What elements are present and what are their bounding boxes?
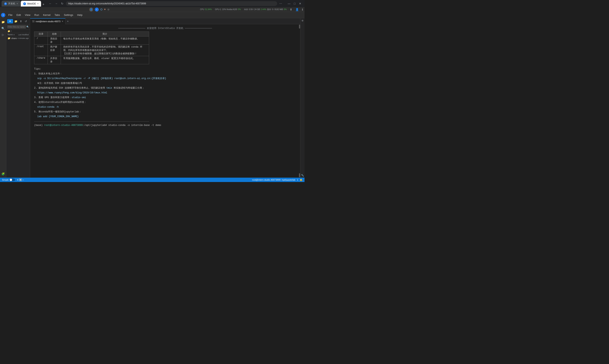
prompt-hash: # studio-conda -o internlm-base -t demo	[105, 124, 161, 127]
info-icon[interactable]: ℹ	[302, 8, 303, 11]
browser-tab-webide[interactable]: W WebIDE ✕	[21, 0, 41, 7]
activity-bar: 📁 🔍 ▷ 🧩	[0, 18, 6, 178]
gpu-stat: GPU-1: 10% Nvidia A100 0%	[215, 8, 241, 11]
app-menubar: I File Edit View Run Kernel Tabs Setting…	[0, 12, 305, 18]
table-cell-desc-1: 每次停止开发机会将其恢复至系统（镜像）初始状态，不建议存储数据。	[61, 37, 149, 45]
scrollbar-track[interactable]	[298, 24, 300, 178]
terminal-tab-icon: ⬛	[32, 20, 35, 22]
scrollbar-thumb-bottom[interactable]	[299, 173, 300, 177]
menu-settings[interactable]: Settings	[62, 12, 75, 18]
tab-size-indicator: 4 🔤 ○	[17, 179, 24, 181]
table-cell-dir-2: /root	[34, 45, 48, 56]
add-tab-button[interactable]: +	[65, 19, 70, 24]
table-header-desc: 简介	[61, 32, 149, 37]
folder-icon: 📁	[8, 37, 11, 40]
run-activity-icon[interactable]: ▷	[0, 32, 6, 37]
simple-mode-toggle[interactable]: Simple	[2, 178, 15, 181]
extensions-activity-icon[interactable]: 🧩	[0, 171, 6, 176]
new-browser-tab-button[interactable]: +	[41, 2, 45, 7]
back-button[interactable]: ←	[48, 1, 53, 6]
mem-pct: 2.44%	[261, 8, 266, 11]
simple-mode-label: Simple	[2, 179, 9, 181]
file-list: 📁 share 4 minutes ago	[6, 36, 30, 178]
scrollbar-thumb[interactable]	[299, 25, 300, 28]
menu-help[interactable]: Help	[75, 12, 84, 18]
intern-icon: I	[95, 8, 99, 12]
file-browser-sidebar: + 📁 ⬆ ↺ 🔍 📁 / Name ▲ Last Modified	[6, 18, 30, 178]
bell-icon[interactable]: 🔔	[300, 179, 302, 181]
upload-button[interactable]: ⬆	[19, 19, 23, 23]
stats-bar: 👤 I ⬡ ❖ ◎ CPU 51.94% GPU-1: 10% Nvidia A…	[0, 7, 305, 12]
welcome-section: ——————————————————— 欢迎使用 InternStudio 开发…	[34, 26, 296, 127]
gpu-label: GPU-1: 10% Nvidia A100	[215, 8, 237, 11]
close-window-button[interactable]: ✕	[297, 1, 303, 6]
status-left: Simple 4 🔤 ○	[2, 178, 24, 181]
name-column-header[interactable]: Name ▲	[8, 34, 18, 36]
editor-tabs-bar: ⬛ root@intern-studio-40073 ✕ +	[30, 18, 300, 24]
tips-title: Tips:	[34, 67, 296, 71]
menu-view[interactable]: View	[23, 12, 32, 18]
tip-3: 3. 查看 GPU 显存和算力使用率：studio-smi	[34, 95, 296, 100]
editor-area: ⬛ root@intern-studio-40073 ✕ + —————————…	[30, 18, 300, 178]
extensions-button[interactable]: ⋯	[278, 1, 283, 6]
vram-value: 0 / 8182 MiB	[272, 8, 283, 11]
maximize-button[interactable]: □	[292, 1, 297, 6]
terminal-content: ——————————————————— 欢迎使用 InternStudio 开发…	[30, 24, 300, 178]
tip-1: 1. 快速从本地上传文件： scp -o StrictHostKeyChecki…	[34, 71, 296, 86]
vram-label: 显存	[267, 8, 271, 11]
modified-column-header[interactable]: Last Modified	[18, 34, 29, 36]
info-table: 目录 名称 简介 / 系统目录 每次停止开发机会将其恢复至系统（镜像）初始状态，…	[34, 32, 149, 64]
forward-button[interactable]: →	[54, 1, 59, 6]
devmachine-tab-label: 开发机	[8, 2, 15, 5]
reload-button[interactable]: ↻	[60, 1, 65, 6]
address-bar[interactable]	[66, 1, 277, 6]
tip-4: 4. 使用InternStudio开箱即用的conda环境： studio-co…	[34, 100, 296, 109]
menu-run[interactable]: Run	[32, 12, 41, 18]
toggle-switch[interactable]	[10, 178, 15, 181]
cpu-label: CPU	[200, 8, 204, 11]
menu-file[interactable]: File	[6, 12, 14, 18]
encoding-icon: 🔤	[19, 179, 22, 181]
filter-files-input[interactable]	[7, 25, 26, 28]
settings-right-icon[interactable]: ⚙	[301, 19, 304, 22]
menu-edit[interactable]: Edit	[14, 12, 23, 18]
terminal-tab-label: root@intern-studio-40073	[36, 20, 61, 23]
status-bar: Simple 4 🔤 ○ root@intern-studio-40073899…	[0, 178, 305, 182]
new-file-button[interactable]: +	[7, 19, 13, 23]
table-row-root-user: /root 用户家目录 您的所有开发共享此目录，不受开发机的启停影响。强烈建议将…	[34, 45, 149, 56]
search-activity-icon[interactable]: 🔍	[0, 26, 6, 31]
devmachine-tab-close[interactable]: ✕	[16, 3, 18, 5]
webide-tab-close[interactable]: ✕	[37, 3, 39, 5]
refresh-button[interactable]: ↺	[24, 19, 28, 23]
toggle-knob	[10, 179, 12, 181]
file-item-share[interactable]: 📁 share 4 minutes ago	[6, 36, 30, 40]
table-cell-name-3: 共享目录	[48, 56, 61, 64]
table-row-root-system: / 系统目录 每次停止开发机会将其恢复至系统（镜像）初始状态，不建议存储数据。	[34, 37, 149, 45]
devmachine-tab-icon: 开	[4, 2, 7, 5]
line-number: 1	[297, 179, 298, 181]
file-name-share: share	[11, 37, 17, 39]
new-folder-button[interactable]: 📁	[14, 19, 18, 23]
terminal-tab-close[interactable]: ✕	[62, 20, 63, 22]
minimize-button[interactable]: —	[286, 1, 292, 6]
profile-icon[interactable]: 👤	[295, 8, 299, 11]
table-row-share: /share 共享目录 常用微调数据集、模型仓库、教程、xtuner 配置文件都…	[34, 56, 149, 64]
user-avatar: 👤	[89, 8, 93, 12]
menu-tabs[interactable]: Tabs	[52, 12, 62, 18]
files-activity-icon[interactable]: 📁	[0, 19, 6, 25]
terminal-path: root@intern-studio-40073899: /opt/jupyte…	[252, 179, 295, 181]
terminal-tab-active[interactable]: ⬛ root@intern-studio-40073 ✕	[30, 18, 65, 24]
browser-tab-devmachine[interactable]: 开 开发机 ✕	[1, 0, 21, 7]
upload-icon[interactable]: ⬆	[290, 8, 292, 11]
kernel-status-icon: ○	[23, 179, 24, 181]
prompt-path: :/opt/jupyterlab	[83, 124, 105, 127]
sort-icon: ▲	[13, 34, 15, 36]
search-files-icon[interactable]: 🔍	[26, 26, 29, 28]
prompt-user: root@intern-studio-40073899	[44, 124, 82, 127]
vram-pct: 0%	[284, 8, 287, 11]
menu-kernel[interactable]: Kernel	[41, 12, 52, 18]
webide-tab-icon: W	[23, 2, 26, 5]
tools-right-icon[interactable]: 🔧	[301, 174, 304, 177]
current-path: 📁 /	[8, 30, 12, 32]
status-right: root@intern-studio-40073899: /opt/jupyte…	[252, 179, 302, 181]
